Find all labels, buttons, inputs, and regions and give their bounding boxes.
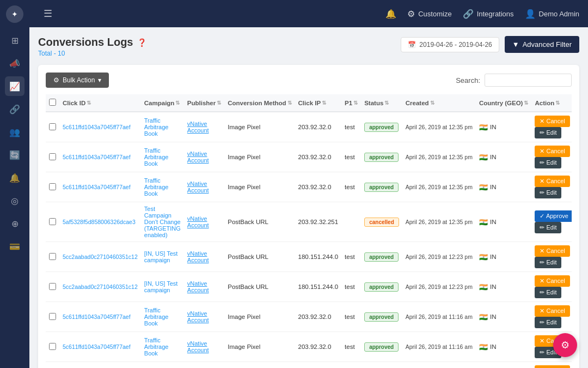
status-cell: approved [361, 302, 402, 332]
sort-icon[interactable]: ⇅ [555, 100, 560, 106]
campaign-link[interactable]: Traffic Arbitrage Book [144, 177, 169, 197]
hamburger-menu[interactable]: ☰ [44, 8, 52, 20]
status-badge: approved [364, 183, 399, 192]
advanced-filter-button[interactable]: ▼ Advanced Filter [505, 36, 579, 53]
cancel-button[interactable]: ✕ Cancel [535, 305, 569, 317]
row-checkbox-cell [46, 172, 59, 202]
publisher-link[interactable]: vNative Account [187, 150, 209, 164]
sidebar-item-notifications[interactable]: 🔔 [5, 168, 24, 188]
sort-icon[interactable]: ⇅ [524, 100, 528, 106]
sort-icon[interactable]: ⇅ [322, 100, 326, 106]
help-icon[interactable]: ❓ [137, 38, 146, 47]
sidebar-item-dashboard[interactable]: ⊞ [5, 31, 24, 50]
click-id-cell: 5c611ffd1043a7045ff77aef [59, 112, 141, 142]
sidebar-item-refresh[interactable]: 🔄 [5, 145, 24, 165]
row-checkbox[interactable] [49, 253, 56, 260]
cancel-button[interactable]: ✕ Cancel [535, 245, 569, 257]
customize-button[interactable]: ⚙ Customize [407, 9, 451, 19]
app-logo[interactable]: ✦ [6, 5, 23, 23]
filter-icon: ▼ [512, 40, 519, 49]
cancel-button[interactable]: ✕ Cancel [535, 275, 569, 287]
click-id-value: 5c611ffd1043a7045ff77aef [63, 343, 131, 350]
bulk-action-button[interactable]: ⚙ Bulk Action ▾ [46, 73, 109, 88]
integrations-button[interactable]: 🔗 Integrations [463, 9, 514, 19]
sort-icon[interactable]: ⇅ [87, 100, 91, 106]
fab-icon: ⚙ [561, 339, 569, 351]
click-id-value: 5c611ffd1043a7045ff77aef [63, 184, 131, 190]
publisher-link[interactable]: vNative Account [187, 280, 209, 293]
cancel-button[interactable]: ✕ Cancel [535, 116, 569, 127]
created-cell: April 26, 2019 at 12:35 pm [402, 202, 476, 242]
col-campaign: Campaign ⇅ [141, 94, 184, 112]
campaign-link[interactable]: [IN, US] Test campaign [144, 280, 178, 293]
conversion-method-cell: PostBack URL [224, 272, 295, 302]
edit-button[interactable]: ✏ Edit [535, 127, 561, 138]
cancel-button[interactable]: ✕ Cancel [535, 176, 569, 187]
edit-button[interactable]: ✏ Edit [535, 187, 561, 198]
table-row: 5c611ffd1043a7045ff77aef Traffic Arbitra… [46, 362, 572, 369]
select-all-checkbox[interactable] [49, 99, 56, 106]
conversion-method-cell: PostBack URL [224, 202, 295, 242]
user-menu[interactable]: 👤 Demo Admin [525, 9, 579, 19]
status-badge: cancelled [364, 218, 399, 227]
publisher-link[interactable]: vNative Account [187, 215, 209, 228]
campaign-link[interactable]: Traffic Arbitrage Book [144, 307, 169, 327]
top-navigation: ☰ 🔔 ⚙ Customize 🔗 Integrations 👤 Demo Ad… [29, 0, 588, 27]
publisher-link[interactable]: vNative Account [187, 120, 209, 134]
publisher-link[interactable]: vNative Account [187, 310, 209, 323]
campaign-link[interactable]: Test Campaign Don't Change (TARGETING en… [144, 206, 181, 238]
sort-icon[interactable]: ⇅ [384, 100, 389, 106]
campaign-link[interactable]: Traffic Arbitrage Book [144, 117, 169, 137]
created-value: April 26, 2019 at 12:35 pm [406, 184, 473, 190]
p1-cell: test [341, 172, 361, 202]
sidebar-item-target[interactable]: ⊕ [5, 214, 24, 233]
click-id-value: 5cc2aabad0c2710460351c12 [63, 283, 138, 290]
row-checkbox[interactable] [49, 218, 56, 225]
date-range-button[interactable]: 📅 2019-04-26 - 2019-04-26 [401, 37, 499, 52]
publisher-link[interactable]: vNative Account [187, 180, 209, 194]
edit-button[interactable]: ✏ Edit [535, 287, 561, 298]
click-ip-value: 203.92.32.0 [298, 184, 332, 190]
row-checkbox[interactable] [49, 183, 56, 190]
row-checkbox[interactable] [49, 153, 56, 160]
created-value: April 26, 2019 at 12:35 pm [406, 124, 473, 130]
sort-icon[interactable]: ⇅ [175, 100, 180, 106]
advanced-filter-label: Advanced Filter [523, 40, 572, 49]
table-card: ⚙ Bulk Action ▾ Search: Click ID ⇅ [38, 65, 579, 368]
sidebar-item-analytics[interactable]: 📈 [5, 76, 24, 96]
campaign-link[interactable]: [IN, US] Test campaign [144, 250, 178, 263]
row-checkbox[interactable] [49, 123, 56, 130]
cancel-button[interactable]: ✕ Cancel [535, 365, 569, 368]
sidebar-item-billing[interactable]: 💳 [5, 237, 24, 256]
publisher-link[interactable]: vNative Account [187, 250, 209, 263]
sidebar-item-campaigns[interactable]: 📣 [5, 53, 24, 73]
edit-button[interactable]: ✏ Edit [535, 222, 561, 233]
sort-icon[interactable]: ⇅ [217, 100, 221, 106]
sort-icon[interactable]: ⇅ [353, 100, 358, 106]
table-row: 5c611ffd1043a7045ff77aef Traffic Arbitra… [46, 112, 572, 142]
campaign-link[interactable]: Traffic Arbitrage Book [144, 147, 169, 167]
notifications-button[interactable]: 🔔 [385, 9, 396, 19]
publisher-link[interactable]: vNative Account [187, 340, 209, 353]
cancel-button[interactable]: ✕ Cancel [535, 146, 569, 157]
campaign-link[interactable]: Traffic Arbitrage Book [144, 337, 169, 357]
publisher-cell: vNative Account [184, 202, 224, 242]
sort-icon[interactable]: ⇅ [287, 100, 292, 106]
search-input[interactable] [485, 74, 572, 87]
sort-icon[interactable]: ⇅ [430, 100, 434, 106]
sidebar-item-circle[interactable]: ◎ [5, 191, 24, 210]
row-checkbox[interactable] [49, 283, 56, 290]
edit-button[interactable]: ✏ Edit [535, 257, 561, 268]
fab-button[interactable]: ⚙ [553, 333, 577, 357]
created-value: April 26, 2019 at 12:35 pm [406, 154, 473, 160]
edit-button[interactable]: ✏ Edit [535, 317, 561, 328]
approve-button[interactable]: ✓ Approve [535, 210, 572, 222]
sidebar-item-users[interactable]: 👥 [5, 122, 24, 142]
sidebar-item-links[interactable]: 🔗 [5, 99, 24, 119]
country-code: IN [490, 219, 497, 225]
edit-button[interactable]: ✏ Edit [535, 157, 561, 168]
row-checkbox[interactable] [49, 313, 56, 320]
row-checkbox[interactable] [49, 343, 56, 350]
country-code: IN [490, 343, 497, 350]
click-ip-cell: 203.92.32.0 [295, 172, 342, 202]
